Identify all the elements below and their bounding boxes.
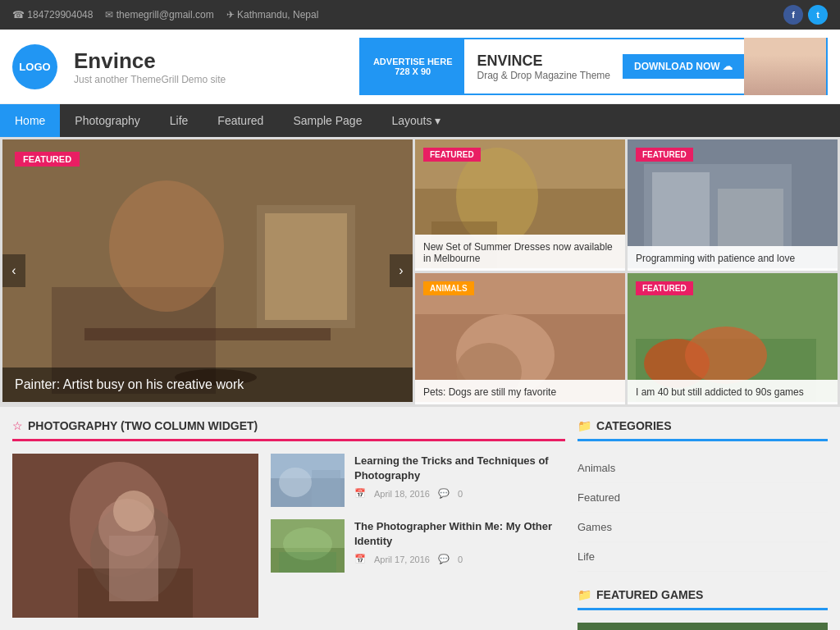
featured-games-image[interactable] [578,623,828,630]
brand-name: ENVINCE [477,52,610,70]
hero-card-3-badge: ANIMALS [423,281,474,295]
ad-person-image [744,38,826,95]
content-area: ☆ PHOTOGRAPHY (TWO COLUMN WIDGET) [12,419,565,630]
folder-icon: 📁 [578,419,591,432]
nav-featured[interactable]: Featured [203,104,278,137]
svg-rect-7 [265,213,347,320]
main-content: ☆ PHOTOGRAPHY (TWO COLUMN WIDGET) [0,407,840,630]
ad-middle: ENVINCE Drag & Drop Magazine Theme [464,44,623,89]
top-bar-info: ☎ 184729904048 ✉ themegrill@gmail.com ✈ … [12,9,318,21]
svg-rect-33 [109,536,158,601]
photo-thumb-2[interactable] [271,519,345,573]
svg-rect-15 [652,172,710,254]
hero-card-1-badge: FEATURED [423,148,481,162]
download-button[interactable]: DOWNLOAD NOW ☁ [623,54,744,79]
svg-point-32 [113,491,154,532]
photo-widget: Learning the Tricks and Techniques of Ph… [12,454,565,620]
calendar-icon: 📅 [354,488,366,499]
hero-card-4[interactable]: FEATURED I am 40 but still addicted to 9… [628,273,838,404]
ad-banner: ADVERTISE HERE 728 X 90 ENVINCE Drag & D… [359,38,828,95]
svg-point-3 [109,180,224,312]
hero-main-article[interactable]: FEATURED Painter: Artist busy on his cre… [2,139,413,402]
site-header: LOGO Envince Just another ThemeGrill Dem… [0,30,840,104]
category-featured[interactable]: Featured [578,483,828,513]
hero-card-2-caption: Programming with patience and love [628,246,838,271]
top-bar: ☎ 184729904048 ✉ themegrill@gmail.com ✈ … [0,0,840,30]
svg-rect-4 [84,328,331,340]
category-life[interactable]: Life [578,542,828,572]
nav-sample-page[interactable]: Sample Page [278,104,377,137]
email-info: ✉ themegrill@gmail.com [105,9,213,21]
social-links: f t [783,5,828,25]
photography-widget-header: ☆ PHOTOGRAPHY (TWO COLUMN WIDGET) [12,419,565,441]
hero-card-1[interactable]: FEATURED New Set of Summer Dresses now a… [415,139,625,271]
nav-photography[interactable]: Photography [60,104,154,137]
hero-card-1-caption: New Set of Summer Dresses now available … [415,235,625,271]
location-info: ✈ Kathmandu, Nepal [226,9,319,21]
hero-main-image [2,139,413,402]
hero-prev-button[interactable]: ‹ [2,254,25,287]
photo-article-2-date: April 17, 2016 [374,555,430,564]
site-tagline: Just another ThemeGrill Demo site [74,74,343,85]
svg-rect-41 [279,552,336,573]
categories-widget-header: 📁 CATEGORIES [578,419,828,441]
twitter-button[interactable]: t [808,5,828,25]
hero-main-caption: Painter: Artist busy on his creative wor… [2,368,413,402]
category-games[interactable]: Games [578,513,828,542]
photo-article-2-title[interactable]: The Photographer Within Me: My Other Ide… [354,519,565,549]
star-icon: ☆ [12,419,23,432]
featured-games-title: Featured Games [596,588,703,601]
calendar-icon-2: 📅 [354,554,366,564]
hero-section: FEATURED Painter: Artist busy on his cre… [0,137,840,407]
photo-article-2-meta: 📅 April 17, 2016 💬 0 [354,554,565,564]
category-animals[interactable]: Animals [578,454,828,483]
hero-card-4-caption: I am 40 but still addicted to 90s games [628,380,838,404]
svg-rect-37 [312,470,340,507]
photo-article-list: Learning the Tricks and Techniques of Ph… [271,454,565,620]
phone-info: ☎ 184729904048 [12,9,93,21]
hero-card-2-badge: FEATURED [636,148,693,162]
facebook-button[interactable]: f [783,5,803,25]
hero-card-3-caption: Pets: Dogs are still my favorite [415,380,625,404]
hero-card-3[interactable]: ANIMALS Pets: Dogs are still my favorite [415,273,625,404]
hero-card-2[interactable]: FEATURED Programming with patience and l… [628,139,838,271]
photo-article-1-title[interactable]: Learning the Tricks and Techniques of Ph… [354,454,565,483]
nav-layouts[interactable]: Layouts ▾ [377,104,455,137]
brand-tagline: Drag & Drop Magazine Theme [477,70,610,81]
categories-title: CATEGORIES [596,419,672,432]
photo-article-2-comments: 0 [458,555,463,564]
comment-icon-2: 💬 [438,554,450,564]
games-folder-icon: 📁 [578,588,591,601]
ad-image [744,38,826,95]
ad-label: ADVERTISE HERE 728 X 90 [361,39,465,94]
photo-article-2: The Photographer Within Me: My Other Ide… [271,519,565,573]
comment-icon: 💬 [438,488,450,499]
svg-rect-16 [718,189,783,254]
photo-article-1-comments: 0 [458,489,463,499]
site-title-area: Envince Just another ThemeGrill Demo sit… [74,48,343,85]
photo-article-2-text: The Photographer Within Me: My Other Ide… [354,519,565,564]
photo-thumb-1[interactable] [271,454,345,507]
sidebar: 📁 CATEGORIES Animals Featured Games Life… [578,419,828,630]
nav-home[interactable]: Home [0,104,60,137]
photography-widget-title: PHOTOGRAPHY (TWO COLUMN WIDGET) [28,419,258,432]
hero-grid: FEATURED New Set of Summer Dresses now a… [415,139,838,404]
photo-main-image[interactable] [12,454,258,620]
hero-card-4-badge: FEATURED [636,281,693,295]
hero-next-button[interactable]: › [390,254,413,287]
svg-rect-42 [578,623,828,630]
photo-article-1-text: Learning the Tricks and Techniques of Ph… [354,454,565,499]
logo[interactable]: LOGO [12,44,57,89]
nav-life[interactable]: Life [155,104,203,137]
hero-main-badge: FEATURED [15,152,80,167]
photo-article-1: Learning the Tricks and Techniques of Ph… [271,454,565,507]
featured-games-header: 📁 Featured Games [578,588,828,610]
photo-article-1-meta: 📅 April 18, 2016 💬 0 [354,488,565,499]
svg-point-25 [685,326,767,384]
categories-list: Animals Featured Games Life [578,454,828,572]
main-nav: Home Photography Life Featured Sample Pa… [0,104,840,137]
site-name: Envince [74,48,343,74]
svg-point-36 [279,468,312,497]
photo-article-1-date: April 18, 2016 [374,489,430,499]
